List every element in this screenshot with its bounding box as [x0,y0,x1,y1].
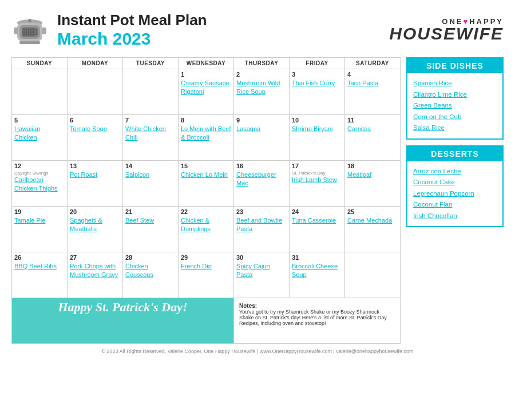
notes-cell: Notes:You've got to try my Shamrock Shak… [234,298,401,344]
cell-day-number: 15 [181,163,231,169]
cell-day-number: 29 [181,254,231,261]
calendar-cell [345,252,401,298]
cell-meal-link[interactable]: Broccoli Cheese Soup [292,262,342,280]
calendar-cell: 28Chicken Couscous [123,252,179,298]
cell-day-number: 28 [125,254,176,261]
cell-meal-link[interactable]: Tamale Pie [14,216,65,225]
calendar-cell: 9Lasagna [234,115,290,161]
cell-meal-link[interactable]: Lo Mein with Beef & Broccoli [181,125,231,142]
main-content: SUNDAY MONDAY TUESDAY WEDNESDAY THURSDAY… [11,57,504,344]
calendar-cell: 12Daylight SavingsCaribbean Chicken Thig… [12,161,68,207]
cell-meal-link[interactable]: Mushroom Wild Rice Soup [236,79,287,97]
cell-day-number: 1 [181,71,231,78]
cell-day-number: 11 [347,117,398,124]
calendar-cell: 15Chicken Lo Mein [179,161,234,207]
cell-meal-link[interactable]: Tomato Soup [70,125,120,133]
cell-day-number: 27 [70,254,120,261]
cell-meal-link[interactable]: Chicken Couscous [125,262,176,280]
cell-meal-link[interactable]: Beef Stew [125,216,176,225]
cell-meal-link[interactable]: Creamy Sausage Rigatoni [181,79,231,97]
calendar-cell: 2Mushroom Wild Rice Soup [234,69,290,115]
cell-day-number: 12 [14,163,65,169]
calendar-cell: 16Cheeseburger Mac [234,161,290,207]
col-monday: MONDAY [68,58,123,69]
calendar-cell: 10Shrimp Biryani [290,115,345,161]
side-dish-link[interactable]: Salsa Rice [413,122,497,134]
cell-day-number: 31 [292,254,342,261]
calendar-cell [12,69,68,115]
cell-meal-link[interactable]: Carnitas [347,125,398,133]
cell-meal-link[interactable]: Caribbean Chicken Thighs [14,176,65,193]
cell-meal-link[interactable]: Tuna Casserole [292,216,342,225]
cell-meal-link[interactable]: French Dip [181,262,231,271]
calendar-cell: 8Lo Mein with Beef & Broccoli [179,115,234,161]
cell-meal-link[interactable]: Shrimp Biryani [292,125,342,133]
calendar-cell: 20Spaghetti & Meatballs [68,207,123,252]
side-dish-link[interactable]: Corn on the Cob [413,112,497,123]
side-dish-link[interactable]: Cilantro Lime Rice [413,89,497,101]
side-dishes-content: Spanish RiceCilantro Lime RiceGreen Bean… [407,73,502,138]
page: Instant Pot Meal Plan March 2023 ONE♥HAP… [0,0,515,420]
cell-day-number: 23 [236,208,287,215]
cell-meal-link[interactable]: Meatloaf [347,171,398,179]
dessert-link[interactable]: Leprechaun Popcorn [413,188,497,200]
calendar-cell [123,69,179,115]
copyright-text: © 2023 All Rights Reserved, Valerie Coop… [101,348,413,354]
cell-meal-link[interactable]: Carne Mechada [347,216,398,225]
cell-meal-link[interactable]: Irish Lamb Stew [292,176,342,184]
cell-day-number: 2 [236,71,287,78]
dessert-link[interactable]: Coconut Cake [413,177,497,188]
calendar-cell: 3Thai Fish Curry [290,69,345,115]
cell-meal-link[interactable]: Beef and Bowtie Pasta [236,216,287,234]
calendar-cell: 11Carnitas [345,115,401,161]
cell-meal-link[interactable]: Hawaiian Chicken [14,125,65,142]
desserts-content: Arroz con LecheCoconut CakeLeprechaun Po… [407,161,502,227]
cell-day-number: 3 [292,71,342,78]
calendar-cell: 6Tomato Soup [68,115,123,161]
cell-day-number: 8 [181,117,231,124]
cell-meal-link[interactable]: White Chicken Chili [125,125,176,142]
cell-day-note: St. Patrick's Day [292,171,342,176]
cell-meal-link[interactable]: Pot Roast [70,171,120,179]
side-dish-link[interactable]: Green Beans [413,100,497,112]
calendar-cell: 7White Chicken Chili [123,115,179,161]
col-wednesday: WEDNESDAY [179,58,234,69]
dessert-link[interactable]: Arroz con Leche [413,166,497,177]
desserts-box: DESSERTS Arroz con LecheCoconut CakeLepr… [406,145,504,228]
cell-meal-link[interactable]: Chicken Lo Mein [181,171,231,179]
cell-meal-link[interactable]: Chicken & Dumplings [181,216,231,234]
svg-rect-13 [42,27,46,34]
cell-meal-link[interactable]: Taco Pasta [347,79,398,88]
calendar-week-row: 19Tamale Pie20Spaghetti & Meatballs21Bee… [12,207,401,252]
cell-day-number: 18 [347,163,398,169]
calendar-cell: 31Broccoli Cheese Soup [290,252,345,298]
dessert-link[interactable]: Irish Chocoflan [413,211,497,222]
brand-housewife-text: HOUSEWIFE [389,25,504,42]
cell-meal-link[interactable]: BBQ Beef Ribs [14,262,65,271]
cell-meal-link[interactable]: Spicy Cajun Pasta [236,262,287,280]
calendar-cell: 29French Dip [179,252,234,298]
header-left: Instant Pot Meal Plan March 2023 [11,11,207,49]
cell-meal-link[interactable]: Pork Chops with Mushroom Gravy [70,262,120,280]
calendar-week-row: 26BBQ Beef Ribs27Pork Chops with Mushroo… [12,252,401,298]
calendar-week-row: 12Daylight SavingsCaribbean Chicken Thig… [12,161,401,207]
cell-day-number: 21 [125,208,176,215]
calendar-week-row: 5Hawaiian Chicken6Tomato Soup7White Chic… [12,115,401,161]
side-dishes-title: SIDE DISHES [407,58,502,73]
calendar-cell: 1Creamy Sausage Rigatoni [179,69,234,115]
cell-day-note: Daylight Savings [14,171,65,176]
cell-meal-link[interactable]: Cheeseburger Mac [236,171,287,188]
calendar-cell: 30Spicy Cajun Pasta [234,252,290,298]
cell-meal-link[interactable]: Thai Fish Curry [292,79,342,88]
side-dish-link[interactable]: Spanish Rice [413,78,497,89]
cell-meal-link[interactable]: Lasagna [236,125,287,133]
cell-day-number: 4 [347,71,398,78]
cell-day-number: 7 [125,117,176,124]
cell-day-number: 14 [125,163,176,169]
dessert-link[interactable]: Coconut Flan [413,199,497,211]
cell-day-number: 13 [70,163,120,169]
cell-meal-link[interactable]: Salpicon [125,171,176,179]
title-block: Instant Pot Meal Plan March 2023 [57,11,207,49]
calendar-cell: 24Tuna Casserole [290,207,345,252]
cell-meal-link[interactable]: Spaghetti & Meatballs [70,216,120,234]
